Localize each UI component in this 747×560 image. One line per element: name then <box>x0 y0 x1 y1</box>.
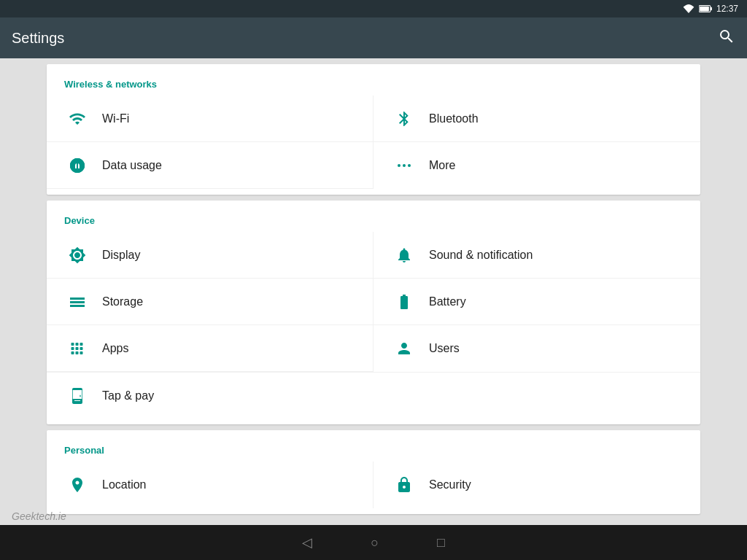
app-bar: Settings <box>0 18 747 58</box>
sound-icon <box>391 246 417 264</box>
location-icon <box>64 476 90 494</box>
bluetooth-label: Bluetooth <box>429 112 479 125</box>
wireless-card: Wireless & networks Wi-Fi Bluetooth <box>47 64 700 195</box>
nav-bar: ◁ ○ □ <box>0 525 747 560</box>
battery-label: Battery <box>429 295 466 308</box>
device-grid: Display Sound & notification Storage <box>47 232 700 372</box>
device-card: Device Display Sound & notification <box>47 201 700 424</box>
storage-label: Storage <box>102 295 143 308</box>
security-icon <box>391 476 417 494</box>
svg-rect-2 <box>700 7 709 12</box>
data-usage-icon <box>64 157 90 174</box>
battery-status-icon <box>699 4 712 13</box>
wifi-item[interactable]: Wi-Fi <box>47 96 374 142</box>
app-bar-title: Settings <box>12 30 64 47</box>
battery-icon <box>391 293 417 311</box>
bluetooth-icon <box>391 110 417 128</box>
status-time: 12:37 <box>716 4 738 14</box>
display-icon <box>64 246 90 264</box>
storage-icon <box>64 293 90 311</box>
tap-pay-label: Tap & pay <box>102 389 154 402</box>
more-icon <box>391 157 417 174</box>
tap-pay-icon <box>64 387 90 405</box>
security-item[interactable]: Security <box>374 462 700 508</box>
apps-item[interactable]: Apps <box>47 325 374 372</box>
back-button[interactable]: ◁ <box>302 534 312 551</box>
apps-label: Apps <box>102 342 128 355</box>
svg-point-4 <box>398 164 400 167</box>
more-label: More <box>429 159 455 172</box>
display-item[interactable]: Display <box>47 232 374 279</box>
more-item[interactable]: More <box>374 142 700 189</box>
personal-grid: Location Security <box>47 462 700 508</box>
users-item[interactable]: Users <box>374 325 700 372</box>
svg-rect-1 <box>711 7 712 11</box>
status-bar: 12:37 <box>0 0 747 18</box>
wireless-header: Wireless & networks <box>47 70 700 96</box>
personal-card: Personal Location Security <box>47 430 700 514</box>
location-label: Location <box>102 478 147 491</box>
data-usage-label: Data usage <box>102 159 162 172</box>
svg-point-5 <box>403 164 406 167</box>
svg-point-6 <box>408 164 411 167</box>
search-icon <box>718 28 735 45</box>
svg-point-7 <box>80 394 81 397</box>
location-item[interactable]: Location <box>47 462 374 508</box>
search-button[interactable] <box>718 28 735 48</box>
tap-pay-item[interactable]: Tap & pay <box>47 372 700 419</box>
wifi-label: Wi-Fi <box>102 112 129 125</box>
wifi-status-icon <box>683 4 694 13</box>
content-area: Wireless & networks Wi-Fi Bluetooth <box>0 58 747 525</box>
users-icon <box>391 340 417 357</box>
device-header: Device <box>47 206 700 232</box>
battery-item[interactable]: Battery <box>374 279 700 325</box>
personal-header: Personal <box>47 436 700 462</box>
display-label: Display <box>102 249 140 262</box>
wifi-icon <box>64 110 90 128</box>
bluetooth-item[interactable]: Bluetooth <box>374 96 700 142</box>
users-label: Users <box>429 342 460 355</box>
storage-item[interactable]: Storage <box>47 279 374 325</box>
data-usage-item[interactable]: Data usage <box>47 142 374 189</box>
sound-item[interactable]: Sound & notification <box>374 232 700 279</box>
apps-icon <box>64 340 90 357</box>
watermark: Geektech.ie <box>12 510 66 522</box>
status-icons: 12:37 <box>683 4 738 14</box>
security-label: Security <box>429 478 471 491</box>
recent-button[interactable]: □ <box>437 535 445 551</box>
wireless-grid: Wi-Fi Bluetooth <box>47 96 700 189</box>
home-button[interactable]: ○ <box>371 535 379 551</box>
sound-label: Sound & notification <box>429 249 533 262</box>
